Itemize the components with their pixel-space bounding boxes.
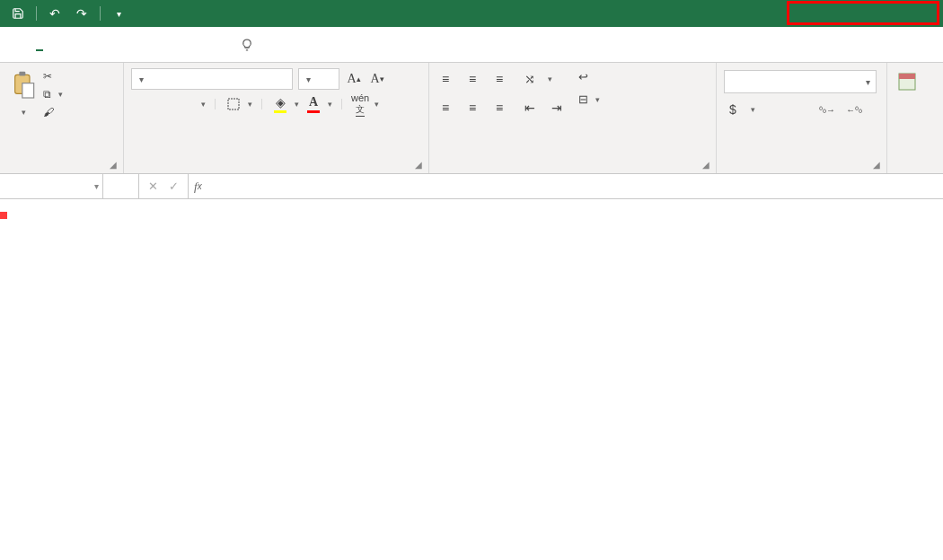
save-icon[interactable] [9, 4, 27, 22]
paste-button[interactable]: ▾ [7, 66, 40, 120]
align-bottom-icon[interactable]: ≡ [490, 70, 508, 88]
align-top-icon[interactable]: ≡ [436, 70, 454, 88]
increase-font-icon[interactable]: A▴ [345, 70, 363, 88]
ribbon: ▾ ✂ ⧉▾ 🖌 ◢ ▾ ▾ A▴ A▾ ▾ ▾ [0, 63, 943, 174]
italic-button[interactable] [154, 95, 172, 113]
tab-formulas[interactable] [106, 39, 113, 50]
dialog-launcher-icon[interactable]: ◢ [110, 160, 120, 171]
qat-customize-icon[interactable]: ▾ [110, 4, 128, 22]
cancel-icon[interactable]: ✕ [148, 179, 158, 193]
undo-icon[interactable]: ↶ [46, 4, 64, 22]
redo-icon[interactable]: ↷ [73, 4, 91, 22]
svg-rect-1 [19, 72, 25, 76]
tell-me-search[interactable] [241, 39, 259, 51]
underline-button[interactable] [178, 95, 196, 113]
svg-rect-5 [899, 74, 915, 79]
title-bar: ↶ ↷ ▾ [0, 0, 943, 27]
wrap-text-button[interactable]: ↩ [578, 70, 600, 83]
number-format-select[interactable]: ▾ [724, 70, 877, 93]
copy-icon: ⧉ [43, 88, 51, 101]
border-button[interactable] [225, 95, 242, 113]
bucket-icon: ◈ [276, 95, 286, 109]
fx-label[interactable]: fx [189, 174, 207, 198]
phonetic-button[interactable]: wén文 [351, 95, 369, 113]
lightbulb-icon [241, 39, 253, 51]
bold-button[interactable] [131, 95, 149, 113]
tab-review[interactable] [153, 39, 160, 50]
group-number: ▾ $▾ ⁰₀→ ←⁰₀ ◢ [717, 63, 887, 173]
group-styles [887, 63, 927, 173]
cut-button[interactable]: ✂ [43, 70, 63, 83]
annotation-box-data [0, 212, 7, 219]
name-box[interactable]: ▾ [0, 174, 103, 198]
font-color-button[interactable]: A [304, 95, 322, 113]
align-center-icon[interactable]: ≡ [463, 99, 481, 117]
align-right-icon[interactable]: ≡ [490, 99, 508, 117]
quick-access-toolbar: ↶ ↷ ▾ [0, 4, 128, 22]
name-box-input[interactable] [5, 179, 77, 193]
group-clipboard: ▾ ✂ ⧉▾ 🖌 ◢ [0, 63, 124, 173]
fill-color-button[interactable]: ◈ [271, 95, 289, 113]
tab-home[interactable] [36, 39, 43, 51]
svg-rect-2 [22, 83, 34, 98]
decrease-decimal-button[interactable]: ←⁰₀ [845, 101, 863, 118]
tab-file[interactable] [13, 39, 20, 50]
increase-decimal-button[interactable]: ⁰₀→ [818, 101, 836, 118]
font-size-select[interactable]: ▾ [298, 68, 339, 90]
decrease-indent-icon[interactable]: ⇤ [521, 99, 539, 117]
dropdown-icon[interactable]: ▾ [94, 181, 99, 191]
merge-icon: ⊟ [578, 92, 588, 106]
copy-button[interactable]: ⧉▾ [43, 88, 63, 101]
brush-icon: 🖌 [43, 106, 54, 118]
merge-center-button[interactable]: ⊟▾ [578, 92, 600, 106]
format-painter-button[interactable]: 🖌 [43, 106, 63, 118]
dialog-launcher-icon[interactable]: ◢ [415, 160, 426, 171]
currency-button[interactable]: $ [724, 101, 742, 118]
annotation-box-title [787, 1, 939, 25]
enter-icon[interactable]: ✓ [169, 179, 179, 193]
tab-data[interactable] [129, 39, 137, 50]
tab-insert[interactable] [59, 39, 66, 50]
increase-indent-icon[interactable]: ⇥ [548, 99, 566, 117]
align-left-icon[interactable]: ≡ [436, 99, 454, 117]
decrease-font-icon[interactable]: A▾ [368, 70, 386, 88]
font-name-select[interactable]: ▾ [131, 68, 293, 90]
tab-layout[interactable] [83, 39, 90, 50]
align-middle-icon[interactable]: ≡ [463, 70, 481, 88]
dialog-launcher-icon[interactable]: ◢ [702, 160, 713, 171]
tab-help[interactable] [199, 39, 207, 50]
group-font: ▾ ▾ A▴ A▾ ▾ ▾ ◈▾ A▾ wén文▾ ◢ [124, 63, 429, 173]
comma-button[interactable] [791, 101, 809, 118]
orientation-icon[interactable]: ⤭ [521, 70, 539, 88]
dialog-launcher-icon[interactable]: ◢ [873, 160, 884, 171]
group-alignment: ≡ ≡ ≡ ≡ ≡ ≡ ⤭▾ ⇤ ⇥ ↩ ⊟▾ [429, 63, 717, 173]
conditional-format-button[interactable] [895, 66, 920, 171]
wrap-icon: ↩ [578, 70, 588, 83]
svg-rect-3 [228, 99, 239, 109]
ribbon-tabs [0, 27, 943, 63]
scissors-icon: ✂ [43, 70, 52, 83]
formula-bar: ▾ ✕ ✓ fx [0, 174, 943, 199]
tab-view[interactable] [176, 39, 183, 50]
formula-input[interactable] [207, 174, 943, 198]
percent-button[interactable] [764, 101, 782, 118]
